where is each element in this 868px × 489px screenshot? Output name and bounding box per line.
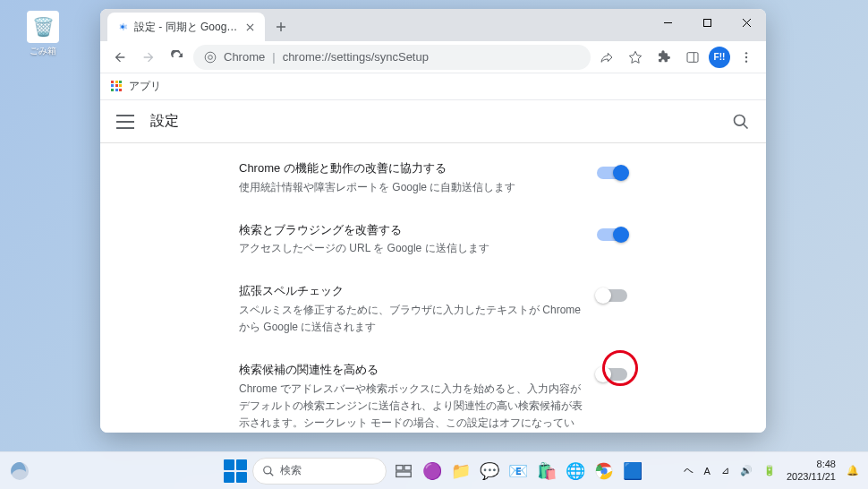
svg-rect-14 xyxy=(396,465,403,470)
address-bar[interactable]: Chrome | chrome://settings/syncSetup xyxy=(193,45,591,70)
svg-point-7 xyxy=(745,56,747,57)
date: 2023/11/21 xyxy=(787,471,836,483)
reload-button[interactable] xyxy=(165,45,190,70)
svg-point-8 xyxy=(745,60,747,62)
forward-button[interactable] xyxy=(136,45,161,70)
store-icon[interactable]: 🛍️ xyxy=(535,459,558,483)
settings-favicon xyxy=(116,21,129,33)
teams-icon[interactable]: 💬 xyxy=(478,459,501,483)
wifi-icon[interactable]: ⊿ xyxy=(721,465,729,476)
setting-description: スペルミスを修正するために、ブラウザに入力したテキストが Chrome から G… xyxy=(239,302,584,336)
search-icon[interactable] xyxy=(732,113,750,131)
menu-button[interactable] xyxy=(734,45,759,70)
recycle-bin-icon: 🗑️ xyxy=(27,11,59,43)
close-tab-icon[interactable] xyxy=(243,21,256,33)
chrome-icon xyxy=(204,51,217,64)
chrome-taskbar-icon[interactable] xyxy=(592,459,616,483)
start-button[interactable] xyxy=(224,459,247,483)
setting-title: Chrome の機能と動作の改善に協力する xyxy=(239,159,584,177)
edge-taskbar-icon[interactable]: 🌐 xyxy=(564,459,587,483)
settings-card: Chrome の機能と動作の改善に協力する使用統計情報や障害レポートを Goog… xyxy=(223,143,643,433)
app-icon[interactable]: 🟦 xyxy=(621,459,644,483)
search-icon xyxy=(262,465,275,477)
bookmarks-bar: アプリ xyxy=(100,73,766,100)
settings-row: Chrome の機能と動作の改善に協力する使用統計情報や障害レポートを Goog… xyxy=(223,147,643,209)
svg-line-10 xyxy=(744,124,748,128)
svg-line-13 xyxy=(270,472,274,476)
recycle-bin[interactable]: 🗑️ ごみ箱 xyxy=(23,11,63,57)
new-tab-button[interactable] xyxy=(268,14,294,39)
browser-toolbar: Chrome | chrome://settings/syncSetup F!! xyxy=(100,41,766,73)
tray-chevron-icon[interactable]: ヘ xyxy=(684,464,694,477)
svg-point-2 xyxy=(205,52,216,63)
volume-icon[interactable]: 🔊 xyxy=(740,465,753,476)
toggle-switch[interactable] xyxy=(597,228,627,241)
share-button[interactable] xyxy=(594,45,619,70)
svg-rect-4 xyxy=(687,52,698,62)
svg-point-6 xyxy=(745,52,747,54)
chrome-window: 設定 - 同期と Google サービス Chrome | chrome://s… xyxy=(100,9,766,433)
notifications-icon[interactable]: 🔔 xyxy=(847,465,859,476)
setting-title: 拡張スペルチェック xyxy=(239,282,584,300)
apps-icon[interactable] xyxy=(111,81,123,93)
tab-title: 設定 - 同期と Google サービス xyxy=(134,20,238,35)
explorer-icon[interactable]: 📁 xyxy=(449,459,472,483)
settings-header: 設定 xyxy=(100,100,766,143)
url-prefix: Chrome xyxy=(224,50,265,64)
edge-icon[interactable] xyxy=(9,460,30,482)
maximize-button[interactable] xyxy=(687,9,727,36)
settings-content[interactable]: Chrome の機能と動作の改善に協力する使用統計情報や障害レポートを Goog… xyxy=(100,143,766,433)
close-window-button[interactable] xyxy=(727,9,766,36)
svg-point-3 xyxy=(208,55,213,59)
battery-icon[interactable]: 🔋 xyxy=(763,465,776,476)
toggle-switch[interactable] xyxy=(597,167,627,179)
side-panel-button[interactable] xyxy=(680,45,705,70)
svg-rect-1 xyxy=(703,19,711,26)
setting-title: 検索とブラウジングを改善する xyxy=(239,221,584,239)
page-title: 設定 xyxy=(150,112,179,131)
taskbar-search[interactable]: 検索 xyxy=(252,458,387,485)
extensions-button[interactable] xyxy=(651,45,677,70)
ime-indicator[interactable]: A xyxy=(704,466,711,476)
bookmark-button[interactable] xyxy=(623,45,648,70)
menu-icon[interactable] xyxy=(116,115,134,129)
tab-strip: 設定 - 同期と Google サービス xyxy=(100,9,766,41)
setting-description: アクセスしたページの URL を Google に送信します xyxy=(239,240,584,257)
settings-row: 拡張スペルチェックスペルミスを修正するために、ブラウザに入力したテキストが Ch… xyxy=(223,270,643,348)
setting-title: 検索候補の関連性を高める xyxy=(239,361,584,379)
mail-icon[interactable]: 📧 xyxy=(506,459,530,483)
browser-tab[interactable]: 設定 - 同期と Google サービス xyxy=(107,13,265,41)
copilot-icon[interactable]: 🟣 xyxy=(421,459,444,483)
svg-rect-16 xyxy=(396,471,412,476)
task-view-icon[interactable] xyxy=(392,459,415,483)
toggle-switch[interactable] xyxy=(597,289,627,302)
search-placeholder: 検索 xyxy=(280,463,302,478)
settings-row: 検索とブラウジングを改善するアクセスしたページの URL を Google に送… xyxy=(223,209,643,270)
apps-label[interactable]: アプリ xyxy=(129,79,161,94)
taskbar: 検索 🟣 📁 💬 📧 🛍️ 🌐 🟦 ヘ A ⊿ 🔊 🔋 8:48 2023/11… xyxy=(0,451,868,489)
profile-avatar[interactable]: F!! xyxy=(709,47,730,68)
toggle-switch[interactable] xyxy=(597,368,627,381)
time: 8:48 xyxy=(787,459,836,470)
setting-description: 使用統計情報や障害レポートを Google に自動送信します xyxy=(239,179,584,196)
url-path: chrome://settings/syncSetup xyxy=(283,50,429,64)
svg-rect-15 xyxy=(404,465,411,470)
recycle-bin-label: ごみ箱 xyxy=(23,45,63,57)
setting-description: Chrome でアドレスバーや検索ボックスに入力を始めると、入力内容がデフォルト… xyxy=(239,381,584,433)
back-button[interactable] xyxy=(107,45,132,70)
minimize-button[interactable] xyxy=(648,9,687,36)
svg-point-12 xyxy=(264,466,271,473)
settings-row: 検索候補の関連性を高めるChrome でアドレスバーや検索ボックスに入力を始める… xyxy=(223,348,643,433)
window-controls xyxy=(648,9,766,36)
svg-point-9 xyxy=(735,115,745,125)
clock[interactable]: 8:48 2023/11/21 xyxy=(787,459,836,482)
